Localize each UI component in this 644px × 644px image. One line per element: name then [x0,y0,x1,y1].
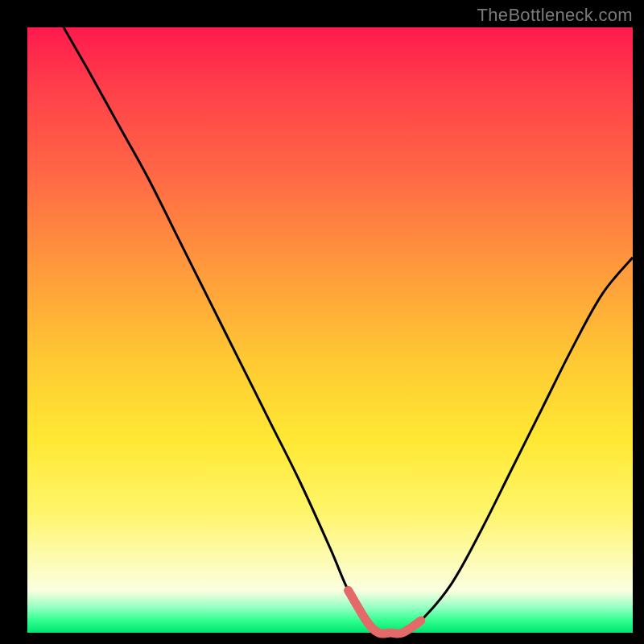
trough-highlight [349,590,421,634]
watermark-label: TheBottleneck.com [477,5,633,26]
bottleneck-curve [27,27,633,633]
chart-frame: TheBottleneck.com [0,0,644,644]
plot-area [27,27,633,633]
curve-path [64,27,633,634]
